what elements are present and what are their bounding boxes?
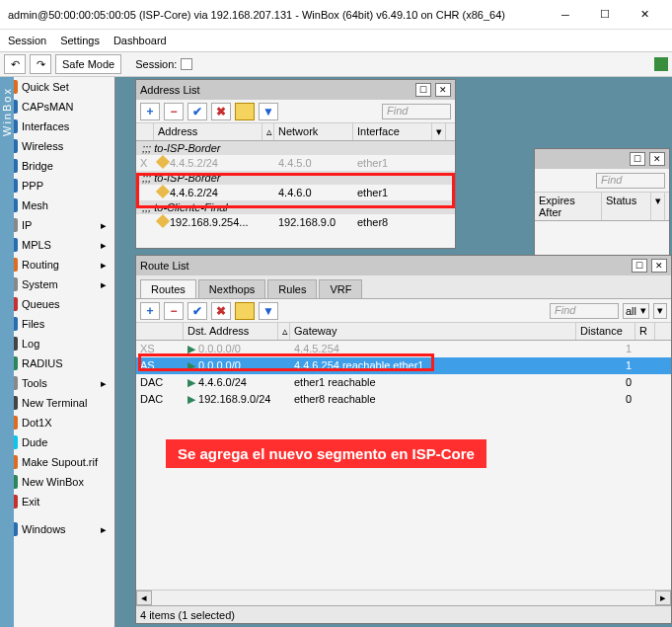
- addr-header-network[interactable]: Network: [274, 123, 353, 140]
- scroll-left-arrow[interactable]: ◂: [136, 590, 152, 605]
- sidebar-item-routing[interactable]: Routing▸: [0, 255, 114, 274]
- menu-bar: Session Settings Dashboard: [0, 30, 672, 51]
- addr-header-address[interactable]: Address: [154, 123, 262, 140]
- route-remove-button[interactable]: −: [164, 302, 184, 320]
- sidebar-item-ip[interactable]: IP▸: [0, 215, 114, 235]
- side-tab-winbox[interactable]: WinBox: [0, 77, 14, 627]
- comment-button[interactable]: [235, 103, 255, 120]
- sidebar-item-label: Interfaces: [22, 120, 69, 132]
- sidebar-item-ppp[interactable]: PPP: [0, 176, 114, 196]
- address-group-row[interactable]: ;;; to-Cliente-Final: [136, 200, 455, 214]
- sidebar-item-wireless[interactable]: Wireless: [0, 136, 114, 156]
- sidebar-item-mesh[interactable]: Mesh: [0, 196, 114, 215]
- bgwin-find-input[interactable]: Find: [596, 173, 665, 189]
- tab-routes[interactable]: Routes: [140, 279, 196, 298]
- submenu-arrow-icon: ▸: [101, 278, 111, 291]
- route-add-button[interactable]: +: [140, 302, 160, 320]
- sidebar-item-tools[interactable]: Tools▸: [0, 373, 114, 393]
- address-row[interactable]: 4.4.6.2/244.4.6.0ether1: [136, 185, 455, 200]
- background-window[interactable]: ☐ ✕ Find Expires After Status ▾: [534, 148, 670, 257]
- route-row[interactable]: AS▶ 0.0.0.0/04.4.6.254 reachable ether11: [136, 357, 671, 374]
- maximize-button[interactable]: ☐: [585, 0, 625, 30]
- bgwin-restore-button[interactable]: ☐: [630, 152, 645, 166]
- tab-vrf[interactable]: VRF: [319, 279, 362, 298]
- enable-button[interactable]: ✔: [187, 103, 207, 120]
- menu-session[interactable]: Session: [8, 35, 46, 46]
- sidebar-item-mpls[interactable]: MPLS▸: [0, 235, 114, 255]
- bgwin-close-button[interactable]: ✕: [649, 152, 665, 166]
- routewin-restore-button[interactable]: ☐: [632, 259, 647, 273]
- sidebar-item-dude[interactable]: Dude: [0, 432, 114, 452]
- tab-rules[interactable]: Rules: [267, 279, 317, 298]
- menu-settings[interactable]: Settings: [60, 35, 100, 46]
- scroll-right-arrow[interactable]: ▸: [655, 590, 671, 605]
- tab-nexthops[interactable]: Nexthops: [198, 279, 265, 298]
- route-horizontal-scrollbar[interactable]: ◂ ▸: [136, 589, 671, 605]
- addrwin-find-input[interactable]: Find: [382, 104, 451, 119]
- route-header-sort[interactable]: ▵: [278, 323, 290, 340]
- route-filter-button[interactable]: ▼: [259, 302, 278, 320]
- submenu-arrow-icon: ▸: [101, 219, 111, 232]
- undo-button[interactable]: ↶: [4, 54, 26, 74]
- sidebar-item-interfaces[interactable]: Interfaces: [0, 117, 114, 136]
- sidebar-item-new-terminal[interactable]: New Terminal: [0, 393, 114, 413]
- route-row[interactable]: XS▶ 0.0.0.0/04.4.5.2541: [136, 341, 671, 357]
- route-disable-button[interactable]: ✖: [211, 302, 231, 320]
- route-enable-button[interactable]: ✔: [187, 302, 207, 320]
- sidebar-item-make-supout-rif[interactable]: Make Supout.rif: [0, 452, 114, 472]
- route-list-window[interactable]: Route List ☐ ✕ RoutesNexthopsRulesVRF + …: [135, 255, 672, 624]
- address-group-row[interactable]: ;;; to-ISP-Border: [136, 141, 455, 155]
- route-comment-button[interactable]: [235, 302, 255, 320]
- sidebar-item-bridge[interactable]: Bridge: [0, 156, 114, 176]
- safe-mode-button[interactable]: Safe Mode: [55, 54, 121, 74]
- route-header-distance[interactable]: Distance: [576, 323, 635, 340]
- addr-header-flag[interactable]: [136, 123, 154, 140]
- sidebar-item-label: New Terminal: [22, 397, 87, 409]
- sidebar-item-capsman[interactable]: CAPsMAN: [0, 97, 114, 117]
- filter-button[interactable]: ▼: [259, 103, 278, 120]
- route-header-r[interactable]: R: [635, 323, 655, 340]
- route-scope-select[interactable]: all▾: [623, 303, 649, 319]
- sidebar-item-log[interactable]: Log: [0, 334, 114, 353]
- route-header-gateway[interactable]: Gateway: [290, 323, 576, 340]
- sidebar-item-dot1x[interactable]: Dot1X: [0, 413, 114, 432]
- sidebar-item-label: CAPsMAN: [22, 101, 74, 113]
- close-button[interactable]: ✕: [625, 0, 664, 30]
- route-icon: ▶: [187, 376, 195, 388]
- address-group-row[interactable]: ;;; to-ISP-Border: [136, 171, 455, 185]
- bgwin-header-status[interactable]: Status: [602, 193, 651, 220]
- route-extra-select[interactable]: ▾: [653, 303, 667, 319]
- routewin-close-button[interactable]: ✕: [651, 259, 667, 273]
- address-row[interactable]: X4.4.5.2/244.4.5.0ether1: [136, 155, 455, 171]
- addrwin-close-button[interactable]: ✕: [435, 83, 451, 97]
- sidebar-item-exit[interactable]: Exit: [0, 492, 114, 511]
- addr-header-interface[interactable]: Interface: [353, 123, 432, 140]
- route-row[interactable]: DAC▶ 4.4.6.0/24ether1 reachable0: [136, 374, 671, 391]
- sidebar-item-files[interactable]: Files: [0, 314, 114, 334]
- sidebar-item-quick-set[interactable]: Quick Set: [0, 77, 114, 97]
- sidebar-item-system[interactable]: System▸: [0, 274, 114, 294]
- addr-header-more[interactable]: ▾: [432, 123, 446, 140]
- sidebar-item-label: Bridge: [22, 160, 53, 172]
- sidebar-item-radius[interactable]: RADIUS: [0, 353, 114, 373]
- route-find-input[interactable]: Find: [550, 303, 619, 319]
- addr-header-sort[interactable]: ▵: [262, 123, 274, 140]
- addrwin-restore-button[interactable]: ☐: [415, 83, 431, 97]
- route-list-title: Route List: [140, 260, 189, 272]
- sidebar-item-windows[interactable]: Windows▸: [0, 519, 114, 539]
- route-row[interactable]: DAC▶ 192.168.9.0/24ether8 reachable0: [136, 391, 671, 408]
- redo-button[interactable]: ↷: [30, 54, 51, 74]
- bgwin-header-more[interactable]: ▾: [651, 193, 665, 220]
- address-list-window[interactable]: Address List ☐ ✕ + − ✔ ✖ ▼ Find Address …: [135, 79, 456, 249]
- sidebar-item-queues[interactable]: Queues: [0, 294, 114, 314]
- disable-button[interactable]: ✖: [211, 103, 231, 120]
- route-header-flags[interactable]: [136, 323, 184, 340]
- bgwin-header-expires[interactable]: Expires After: [535, 193, 602, 220]
- route-header-dst[interactable]: Dst. Address: [184, 323, 278, 340]
- add-button[interactable]: +: [140, 103, 160, 120]
- minimize-button[interactable]: ─: [546, 0, 585, 30]
- address-row[interactable]: 192.168.9.254...192.168.9.0ether8: [136, 214, 455, 230]
- menu-dashboard[interactable]: Dashboard: [113, 35, 167, 46]
- sidebar-item-new-winbox[interactable]: New WinBox: [0, 472, 114, 492]
- remove-button[interactable]: −: [164, 103, 184, 120]
